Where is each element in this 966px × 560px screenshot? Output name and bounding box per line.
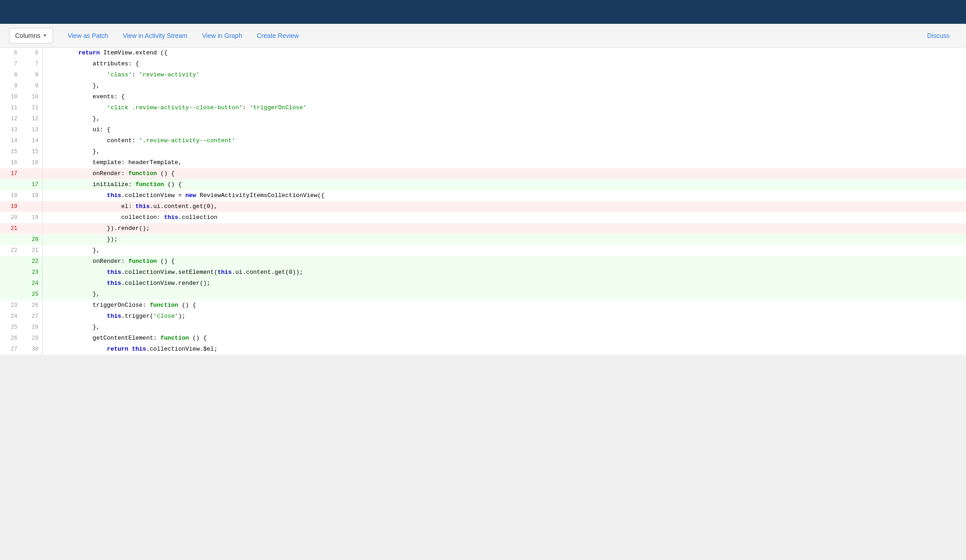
line-gutter: 17 (0, 179, 43, 190)
line-gutter: 2629 (0, 333, 43, 344)
line-num-new: 11 (21, 102, 42, 113)
line-content: }, (43, 322, 966, 333)
code-line: 88 'class': 'review-activity' (0, 69, 966, 80)
line-content: onRender: function () { (43, 256, 966, 267)
line-num-old: 6 (0, 48, 21, 59)
code-line: 1313 ui: { (0, 124, 966, 135)
line-num-old (0, 234, 21, 245)
line-num-old: 24 (0, 311, 21, 322)
line-content: this.collectionView.render(); (43, 278, 966, 289)
line-num-new: 20 (21, 234, 42, 245)
code-line: 1212 }, (0, 113, 966, 124)
toolbar-left: Columns ▼ View as Patch View in Activity… (9, 28, 920, 43)
toolbar: Columns ▼ View as Patch View in Activity… (0, 24, 966, 48)
view-graph-link[interactable]: View in Graph (195, 28, 250, 43)
code-line: 2528 }, (0, 322, 966, 333)
line-num-new (21, 223, 42, 234)
line-gutter: 99 (0, 80, 43, 91)
line-content: }).render(); (43, 223, 966, 234)
line-num-old: 10 (0, 91, 21, 102)
line-num-new: 16 (21, 157, 42, 168)
code-line: 22 onRender: function () { (0, 256, 966, 267)
line-gutter: 22 (0, 256, 43, 267)
line-content: getContentElement: function () { (43, 333, 966, 344)
code-line: 2326 triggerOnClose: function () { (0, 300, 966, 311)
code-line: 17 initialize: function () { (0, 179, 966, 190)
line-gutter: 1212 (0, 113, 43, 124)
line-gutter: 1111 (0, 102, 43, 113)
line-gutter: 77 (0, 59, 43, 69)
line-num-new: 24 (21, 278, 42, 289)
line-num-new: 27 (21, 311, 42, 322)
columns-button[interactable]: Columns ▼ (9, 28, 53, 43)
discuss-button[interactable]: Discuss (920, 28, 957, 43)
create-review-link[interactable]: Create Review (250, 28, 306, 43)
line-content: 'class': 'review-activity' (43, 69, 966, 80)
line-num-old: 18 (0, 190, 21, 201)
line-num-old: 27 (0, 344, 21, 355)
chevron-down-icon: ▼ (43, 33, 47, 38)
line-num-new: 26 (21, 300, 42, 311)
line-gutter: 1313 (0, 124, 43, 135)
code-line: 1010 events: { (0, 91, 966, 102)
line-num-old: 23 (0, 300, 21, 311)
line-num-old: 17 (0, 168, 21, 179)
line-gutter: 24 (0, 278, 43, 289)
view-activity-link[interactable]: View in Activity Stream (116, 28, 195, 43)
code-line: 2629 getContentElement: function () { (0, 333, 966, 344)
line-num-new: 18 (21, 190, 42, 201)
line-content: this.collectionView = new ReviewActivity… (43, 190, 966, 201)
line-num-new: 10 (21, 91, 42, 102)
line-gutter: 25 (0, 289, 43, 300)
view-patch-link[interactable]: View as Patch (60, 28, 115, 43)
line-num-old (0, 289, 21, 300)
code-line: 19 el: this.ui.content.get(0), (0, 201, 966, 212)
line-gutter: 2019 (0, 212, 43, 223)
code-line: 24 this.collectionView.render(); (0, 278, 966, 289)
line-num-new (21, 201, 42, 212)
code-line: 77 attributes: { (0, 59, 966, 69)
line-gutter: 1515 (0, 146, 43, 157)
line-num-new: 6 (21, 48, 42, 59)
line-num-old (0, 267, 21, 278)
line-content: initialize: function () { (43, 179, 966, 190)
line-gutter: 2326 (0, 300, 43, 311)
code-line: 20 }); (0, 234, 966, 245)
line-content: 'click .review-activity--close-button': … (43, 102, 966, 113)
line-num-new (21, 168, 42, 179)
line-content: template: headerTemplate, (43, 157, 966, 168)
line-content: triggerOnClose: function () { (43, 300, 966, 311)
code-line: 2019 collection: this.collection (0, 212, 966, 223)
line-gutter: 2528 (0, 322, 43, 333)
line-num-old: 8 (0, 69, 21, 80)
line-num-new: 19 (21, 212, 42, 223)
line-content: el: this.ui.content.get(0), (43, 201, 966, 212)
line-num-new: 15 (21, 146, 42, 157)
line-gutter: 88 (0, 69, 43, 80)
line-num-old (0, 278, 21, 289)
line-content: }, (43, 289, 966, 300)
line-content: }, (43, 146, 966, 157)
line-num-new: 12 (21, 113, 42, 124)
code-view: 66 return ItemView.extend ({77 attribute… (0, 48, 966, 355)
line-content: this.collectionView.setElement(this.ui.c… (43, 267, 966, 278)
line-num-old: 21 (0, 223, 21, 234)
line-content: content: '.review-activity--content' (43, 135, 966, 146)
line-num-old: 25 (0, 322, 21, 333)
line-content: return this.collectionView.$el; (43, 344, 966, 355)
line-num-new: 28 (21, 322, 42, 333)
code-line: 1616 template: headerTemplate, (0, 157, 966, 168)
line-gutter: 1010 (0, 91, 43, 102)
line-content: ui: { (43, 124, 966, 135)
line-gutter: 20 (0, 234, 43, 245)
line-num-old: 22 (0, 245, 21, 256)
code-line: 1414 content: '.review-activity--content… (0, 135, 966, 146)
line-num-new: 7 (21, 59, 42, 69)
line-num-new: 17 (21, 179, 42, 190)
line-gutter: 2427 (0, 311, 43, 322)
line-num-old: 26 (0, 333, 21, 344)
line-num-new: 25 (21, 289, 42, 300)
line-num-old: 14 (0, 135, 21, 146)
line-content: }, (43, 80, 966, 91)
code-line: 66 return ItemView.extend ({ (0, 48, 966, 59)
